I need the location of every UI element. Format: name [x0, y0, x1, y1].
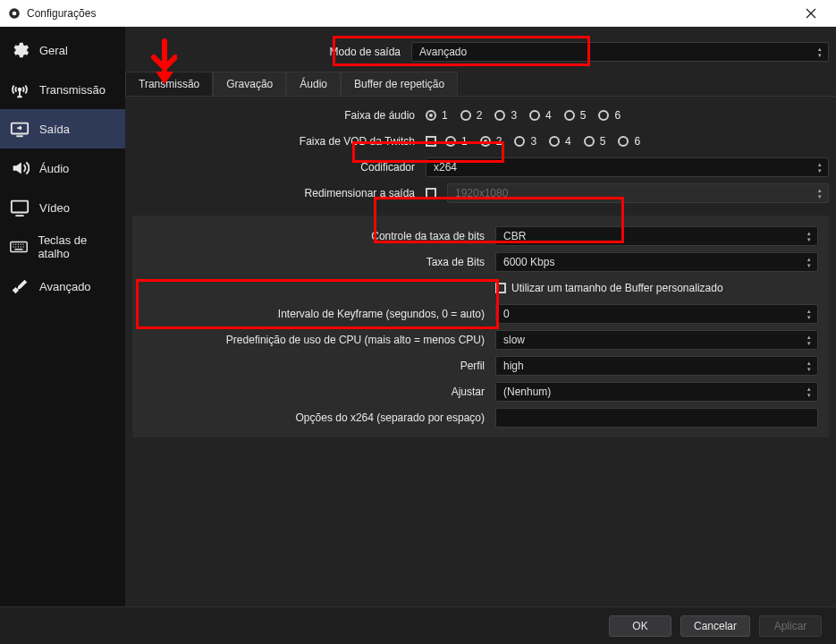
bitrate-label: Taxa de Bits: [132, 256, 495, 268]
bitrate-value: 6000 Kbps: [503, 256, 554, 268]
sidebar-item-general[interactable]: Geral: [0, 30, 125, 70]
apply-button[interactable]: Aplicar: [759, 615, 822, 637]
audio-track-3-radio[interactable]: [494, 110, 505, 121]
radio-label: 4: [545, 109, 552, 122]
tune-select[interactable]: (Nenhum) ▴▾: [495, 382, 818, 402]
vod-track-checkbox[interactable]: [426, 136, 436, 147]
vod-track-4-radio[interactable]: [549, 136, 560, 147]
radio-label: 5: [600, 135, 606, 148]
keyboard-icon: [9, 236, 29, 258]
svg-rect-4: [12, 201, 28, 213]
output-tabs: Transmissão Gravação Áudio Buffer de rep…: [125, 72, 836, 97]
sidebar-label: Geral: [39, 44, 68, 57]
button-label: Cancelar: [694, 620, 737, 632]
radio-label: 4: [565, 135, 571, 148]
cpu-preset-value: slow: [503, 334, 525, 346]
vod-track-6-radio[interactable]: [618, 136, 629, 147]
audio-track-5-radio[interactable]: [564, 110, 575, 121]
button-label: OK: [632, 620, 647, 632]
encoder-settings-group: Controle da taxa de bits CBR ▴▾ Taxa de …: [132, 216, 829, 437]
vod-track-2-radio[interactable]: [480, 136, 491, 147]
radio-label: 3: [511, 109, 517, 122]
cancel-button[interactable]: Cancelar: [680, 615, 750, 637]
title-bar: Configurações: [0, 0, 836, 27]
tab-label: Buffer de repetição: [354, 78, 444, 90]
rescale-select: 1920x1080 ▴▾: [447, 183, 829, 203]
output-mode-label: Modo de saída: [125, 46, 411, 58]
spinner-icon: ▴▾: [803, 359, 815, 373]
keyframe-label: Intervalo de Keyframe (segundos, 0 = aut…: [132, 308, 495, 320]
vod-track-1-radio[interactable]: [445, 136, 456, 147]
sidebar-label: Transmissão: [39, 83, 106, 97]
rescale-checkbox[interactable]: [426, 188, 436, 199]
sidebar-item-advanced[interactable]: Avançado: [0, 267, 125, 306]
radio-label: 1: [442, 109, 448, 122]
vod-track-3-radio[interactable]: [514, 136, 525, 147]
spinner-icon: ▴▾: [803, 229, 815, 243]
encoder-label: Codificador: [125, 161, 426, 174]
keyframe-value: 0: [503, 308, 510, 320]
spinner-icon: ▴▾: [803, 333, 815, 347]
spinner-icon: ▴▾: [803, 307, 815, 321]
cpu-preset-label: Predefinição de uso de CPU (mais alto = …: [132, 334, 495, 346]
output-mode-value: Avançado: [419, 46, 467, 58]
audio-track-1-radio[interactable]: [426, 110, 436, 121]
tab-replay-buffer[interactable]: Buffer de repetição: [341, 72, 458, 96]
sidebar-item-stream[interactable]: Transmissão: [0, 70, 125, 109]
tab-label: Gravação: [226, 78, 273, 90]
x264opts-label: Opções do x264 (separado por espaço): [132, 411, 495, 424]
radio-label: 2: [496, 135, 502, 148]
bitrate-input[interactable]: 6000 Kbps ▴▾: [495, 252, 818, 272]
output-mode-select[interactable]: Avançado ▴▾: [411, 42, 829, 62]
vod-track-radios: 1 2 3 4 5 6: [445, 135, 640, 148]
tab-audio[interactable]: Áudio: [286, 72, 341, 96]
audio-track-4-radio[interactable]: [529, 110, 540, 121]
ok-button[interactable]: OK: [609, 615, 671, 637]
sidebar-item-hotkeys[interactable]: Teclas de atalho: [0, 227, 125, 267]
obs-icon: [7, 6, 21, 21]
custom-buffer-label: Utilizar um tamanho de Buffer personaliz…: [511, 282, 723, 294]
rescale-label: Redimensionar a saída: [125, 187, 426, 199]
audio-track-6-radio[interactable]: [598, 110, 609, 121]
rate-control-select[interactable]: CBR ▴▾: [495, 226, 818, 246]
spinner-icon: ▴▾: [814, 160, 826, 174]
vod-track-enable: [426, 136, 436, 147]
spinner-icon: ▴▾: [803, 255, 815, 269]
tools-icon: [9, 275, 30, 297]
sidebar-item-audio[interactable]: Áudio: [0, 148, 125, 188]
close-icon[interactable]: [793, 0, 829, 27]
sidebar-label: Vídeo: [39, 201, 70, 215]
tab-recording[interactable]: Gravação: [213, 72, 286, 96]
profile-select[interactable]: high ▴▾: [495, 356, 818, 376]
x264opts-input[interactable]: [495, 408, 818, 428]
monitor-out-icon: [9, 118, 30, 140]
sidebar-item-output[interactable]: Saída: [0, 109, 125, 148]
sidebar-item-video[interactable]: Vídeo: [0, 188, 125, 227]
tab-streaming[interactable]: Transmissão: [125, 72, 213, 96]
dialog-button-bar: OK Cancelar Aplicar: [0, 606, 836, 644]
rate-control-label: Controle da taxa de bits: [132, 230, 495, 242]
profile-label: Perfil: [132, 360, 495, 372]
keyframe-input[interactable]: 0 ▴▾: [495, 304, 818, 324]
tab-label: Transmissão: [139, 78, 199, 90]
sidebar-label: Saída: [39, 123, 70, 136]
custom-buffer-checkbox[interactable]: [495, 283, 506, 293]
tab-label: Áudio: [300, 78, 327, 90]
audio-track-2-radio[interactable]: [460, 110, 471, 121]
encoder-select[interactable]: x264 ▴▾: [426, 157, 829, 177]
display-icon: [9, 197, 30, 218]
sidebar-label: Avançado: [39, 280, 91, 293]
vod-track-label: Faixa de VOD da Twitch: [125, 135, 426, 148]
radio-label: 6: [614, 109, 621, 122]
speaker-icon: [9, 157, 30, 179]
radio-label: 2: [477, 109, 483, 122]
audio-track-radios: 1 2 3 4 5 6: [426, 109, 621, 122]
settings-sidebar: Geral Transmissão Saída Áudio: [0, 27, 125, 606]
tune-value: (Nenhum): [503, 386, 551, 398]
gear-icon: [9, 39, 30, 61]
audio-track-label: Faixa de áudio: [125, 109, 426, 122]
vod-track-5-radio[interactable]: [584, 136, 595, 147]
cpu-preset-select[interactable]: slow ▴▾: [495, 330, 818, 350]
antenna-icon: [9, 79, 30, 100]
profile-value: high: [503, 360, 524, 372]
